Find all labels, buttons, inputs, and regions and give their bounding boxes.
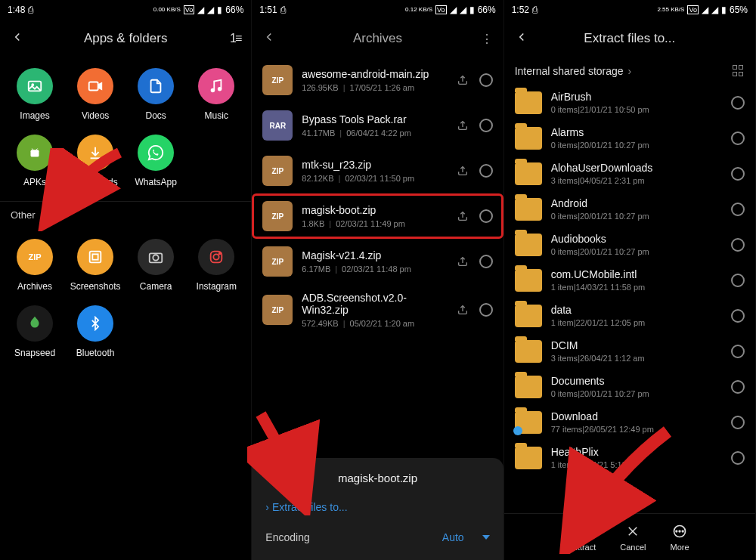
select-radio[interactable]: [731, 380, 745, 394]
category-videos[interactable]: Videos: [65, 68, 125, 121]
select-radio[interactable]: [731, 96, 745, 110]
file-row[interactable]: ZIP awesome-android-main.zip 126.95KB|17…: [252, 57, 503, 103]
select-radio[interactable]: [731, 238, 745, 252]
folder-meta: 0 items|20/01/21 10:27 pm: [551, 212, 722, 221]
category-screenshots[interactable]: Screenshots: [65, 239, 125, 292]
extract-files-to[interactable]: › Extract files to...: [265, 501, 489, 513]
svg-rect-6: [31, 150, 39, 156]
category-music[interactable]: Music: [186, 68, 246, 121]
camera-icon: [138, 239, 174, 275]
folder-row[interactable]: Alarms 0 items|20/01/21 10:27 pm: [504, 120, 755, 156]
folder-row[interactable]: AirBrush 0 items|21/01/21 10:50 pm: [504, 85, 755, 120]
category-label: Images: [20, 110, 49, 121]
video-icon: [77, 68, 113, 104]
folder-row[interactable]: com.UCMobile.intl 1 item|14/03/21 11:58 …: [504, 262, 755, 298]
folder-row[interactable]: Audiobooks 0 items|20/01/21 10:27 pm: [504, 227, 755, 262]
sort-icon[interactable]: 1≡: [225, 32, 240, 45]
folder-info: Audiobooks 0 items|20/01/21 10:27 pm: [551, 233, 722, 256]
breadcrumb[interactable]: Internal shared storage ›: [504, 57, 755, 85]
select-radio[interactable]: [479, 73, 493, 87]
category-images[interactable]: Images: [5, 68, 65, 121]
select-radio[interactable]: [731, 167, 745, 181]
select-radio[interactable]: [479, 303, 493, 317]
folder-row[interactable]: Documents 0 items|20/01/21 10:27 pm: [504, 369, 755, 404]
share-icon[interactable]: [457, 304, 469, 316]
category-bluetooth[interactable]: Bluetooth: [65, 305, 125, 358]
select-radio[interactable]: [479, 119, 493, 132]
file-row[interactable]: ZIP ADB.Screenshot.v2.0-Win32.zip 572.49…: [252, 284, 503, 336]
category-instagram[interactable]: Instagram: [186, 239, 246, 292]
file-info: awesome-android-main.zip 126.95KB|17/05/…: [302, 68, 447, 92]
screen-extract-to: 1:52 ⎙ 2.55 KB/S Vo ◢ ◢ ▮ 65% Extract fi…: [504, 0, 756, 560]
folder-row[interactable]: data 1 item|22/01/21 12:05 pm: [504, 298, 755, 333]
folder-row[interactable]: DCIM 3 items|26/04/21 1:12 am: [504, 333, 755, 369]
category-label: Bluetooth: [76, 348, 115, 358]
back-icon[interactable]: [11, 30, 26, 47]
signal-icon: ◢: [460, 5, 466, 15]
select-radio[interactable]: [479, 255, 493, 268]
file-name: magisk-boot.zip: [302, 204, 447, 216]
zip-icon: ZIP: [17, 239, 53, 275]
folder-icon: [515, 269, 542, 292]
back-icon[interactable]: [515, 30, 530, 47]
encoding-label: Encoding: [265, 531, 309, 543]
file-row[interactable]: ZIP Magisk-v21.4.zip 6.17MB|02/03/21 11:…: [252, 239, 503, 284]
grid-view-icon[interactable]: [733, 65, 745, 77]
encoding-row[interactable]: Encoding Auto: [265, 531, 489, 543]
select-radio[interactable]: [731, 274, 745, 287]
file-meta: 572.49KB|05/02/21 1:20 am: [302, 319, 447, 328]
file-name: Bypass Tools Pack.rar: [302, 113, 447, 125]
category-label: Archives: [17, 281, 52, 292]
extract-button[interactable]: Extract: [570, 523, 596, 552]
back-icon[interactable]: [262, 30, 277, 47]
share-icon[interactable]: [457, 165, 469, 177]
select-radio[interactable]: [731, 203, 745, 216]
folder-icon: [515, 198, 542, 221]
folder-icon: [515, 376, 542, 398]
category-camera[interactable]: Camera: [125, 239, 186, 292]
folder-row[interactable]: Download 77 items|26/05/21 12:49 pm: [504, 404, 755, 440]
select-radio[interactable]: [479, 209, 493, 223]
category-label: WhatsApp: [135, 177, 177, 187]
share-icon[interactable]: [457, 210, 469, 222]
select-radio[interactable]: [479, 164, 493, 178]
file-row[interactable]: ZIP mtk-su_r23.zip 82.12KB|02/03/21 11:5…: [252, 148, 503, 193]
share-icon[interactable]: [457, 255, 469, 268]
svg-point-5: [218, 87, 222, 91]
file-info: Magisk-v21.4.zip 6.17MB|02/03/21 11:48 p…: [302, 249, 447, 274]
category-archives[interactable]: ZIP Archives: [5, 239, 65, 292]
select-radio[interactable]: [731, 131, 745, 145]
file-row[interactable]: RAR Bypass Tools Pack.rar 41.17MB|06/04/…: [252, 103, 503, 148]
more-icon[interactable]: ⋮: [478, 32, 493, 46]
select-radio[interactable]: [731, 345, 745, 358]
folder-row[interactable]: AlohaUserDownloads 3 items|04/05/21 2:31…: [504, 156, 755, 191]
folder-info: Documents 0 items|20/01/21 10:27 pm: [551, 375, 722, 398]
svg-point-15: [214, 254, 219, 259]
folder-info: Android 0 items|20/01/21 10:27 pm: [551, 197, 722, 221]
category-downloads[interactable]: Downloads: [65, 135, 125, 187]
category-label: Docs: [146, 110, 166, 121]
select-radio[interactable]: [731, 451, 745, 465]
category-docs[interactable]: Docs: [125, 68, 186, 121]
category-snapseed[interactable]: Snapseed: [5, 305, 65, 358]
wifi-icon: ◢: [702, 5, 708, 15]
vowifi-icon: Vo: [687, 5, 699, 14]
folder-icon: [515, 305, 542, 327]
select-radio[interactable]: [731, 309, 745, 323]
file-row[interactable]: ZIP magisk-boot.zip 1.8KB|02/03/21 11:49…: [252, 193, 503, 239]
download-icon: [77, 135, 113, 171]
more-icon: [671, 523, 688, 540]
folder-row[interactable]: Android 0 items|20/01/21 10:27 pm: [504, 191, 755, 227]
share-icon[interactable]: [457, 74, 469, 86]
extract-label: Extract files to...: [272, 501, 348, 513]
svg-point-30: [676, 531, 677, 532]
zip-icon: ZIP: [262, 156, 293, 186]
more-button[interactable]: More: [671, 523, 689, 552]
share-icon[interactable]: [457, 119, 469, 131]
category-whatsapp[interactable]: WhatsApp: [125, 135, 186, 187]
svg-point-16: [219, 253, 221, 255]
select-radio[interactable]: [731, 416, 745, 429]
category-apks[interactable]: APKs: [5, 135, 65, 187]
cancel-button[interactable]: Cancel: [620, 523, 646, 552]
folder-row[interactable]: HealthPlix 1 item|17/04/21 5:18: [504, 440, 755, 475]
